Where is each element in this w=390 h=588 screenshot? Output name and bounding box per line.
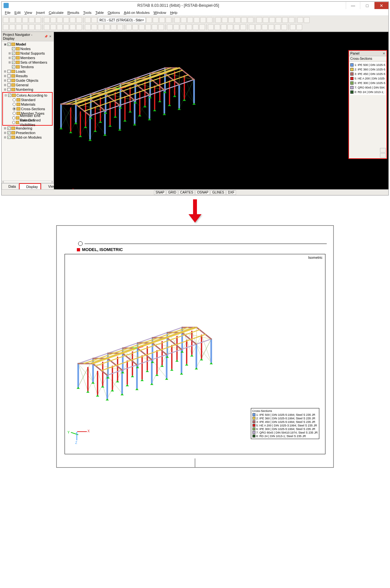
toolbar-button[interactable] <box>50 17 56 23</box>
tree-item-tendons[interactable]: Tendons <box>2 65 53 69</box>
menu-view[interactable]: View <box>23 11 34 15</box>
menu-options[interactable]: Options <box>106 11 121 15</box>
menu-edit[interactable]: Edit <box>13 11 22 15</box>
toolbar-button[interactable] <box>297 17 303 23</box>
tree-item-materials[interactable]: Materials <box>3 102 52 107</box>
panel-close-icon[interactable]: ✕ <box>383 52 385 55</box>
toolbar-button[interactable] <box>186 24 192 30</box>
toolbar-button[interactable] <box>282 17 288 23</box>
status-cell-grid[interactable]: GRID <box>167 190 178 195</box>
menu-calculate[interactable]: Calculate <box>47 11 65 15</box>
toolbar-button[interactable] <box>70 24 76 30</box>
tree-item-add-on-modules[interactable]: ⊞Add-on Modules <box>2 135 53 140</box>
toolbar-button[interactable] <box>70 17 76 23</box>
toolbar-button[interactable] <box>35 17 41 23</box>
toolbar-button[interactable] <box>180 24 186 30</box>
minimize-button[interactable]: — <box>346 2 360 9</box>
menu-file[interactable]: File <box>4 11 12 15</box>
toolbar-button[interactable] <box>174 17 180 23</box>
tree-item-loads[interactable]: ⊞Loads <box>2 69 53 74</box>
toolbar-button[interactable] <box>289 17 294 23</box>
menu-add-on-modules[interactable]: Add-on Modules <box>122 11 151 15</box>
toolbar-button[interactable] <box>76 24 82 30</box>
status-cell-glines[interactable]: GLINES <box>210 190 226 195</box>
toolbar-button[interactable] <box>194 17 200 23</box>
menu-results[interactable]: Results <box>66 11 81 15</box>
tree-item-sets-of-members[interactable]: ⊞Sets of Members <box>2 60 53 65</box>
toolbar-button[interactable] <box>29 17 35 23</box>
menu-table[interactable]: Table <box>94 11 105 15</box>
toolbar-button[interactable] <box>117 24 123 30</box>
toolbar-button[interactable] <box>3 17 9 23</box>
toolbar-button[interactable] <box>63 24 69 30</box>
toolbar-button[interactable] <box>104 24 110 30</box>
toolbar-button[interactable] <box>85 24 91 30</box>
legend-entry[interactable]: 6: IPE 300 | DIN 1025-5: <box>350 81 385 85</box>
toolbar-button[interactable] <box>221 24 227 30</box>
toolbar-button[interactable] <box>63 17 69 23</box>
toolbar-button[interactable] <box>153 17 159 23</box>
toolbar-button[interactable] <box>222 17 228 23</box>
toolbar-button[interactable] <box>276 17 282 23</box>
toolbar-button[interactable] <box>132 24 138 30</box>
toolbar-button[interactable] <box>275 24 281 30</box>
legend-entry[interactable]: 2: IPE 360 | DIN 1025-5: <box>350 67 385 72</box>
toolbar-button[interactable] <box>235 17 241 23</box>
toolbar-button[interactable] <box>57 24 63 30</box>
toolbar-button[interactable] <box>249 24 255 30</box>
nav-tab-display[interactable]: Display <box>19 183 41 189</box>
toolbar-button[interactable] <box>227 24 233 30</box>
tree-item-preselection[interactable]: ⊞Preselection <box>2 131 53 135</box>
toolbar-button[interactable] <box>44 24 50 30</box>
toolbar-button[interactable] <box>111 24 117 30</box>
legend-entry[interactable]: 1: IPE 500 | DIN 1025-5: <box>350 63 385 67</box>
pin-icon[interactable]: 📌 <box>44 35 48 38</box>
toolbar-button[interactable] <box>208 24 214 30</box>
toolbar-button[interactable] <box>187 17 193 23</box>
toolbar-button[interactable] <box>35 24 41 30</box>
tree-item-standard[interactable]: Standard <box>3 98 52 102</box>
tree-item-colors-according-to[interactable]: ⊟Colors According to <box>3 93 52 98</box>
tree-item-nodes[interactable]: Nodes <box>2 47 53 51</box>
status-cell-cartes[interactable]: CARTES <box>179 190 195 195</box>
toolbar-button[interactable] <box>152 24 158 30</box>
toolbar-button[interactable] <box>241 17 247 23</box>
maximize-button[interactable]: □ <box>360 2 374 9</box>
legend-tab-2[interactable] <box>380 153 386 158</box>
toolbar-button[interactable] <box>281 24 287 30</box>
toolbar-button[interactable] <box>296 24 302 30</box>
tree-item-guide-objects[interactable]: ⊞Guide Objects <box>2 78 53 83</box>
toolbar-button[interactable] <box>22 17 28 23</box>
toolbar-button[interactable] <box>85 17 91 23</box>
toolbar-button[interactable] <box>173 24 179 30</box>
nav-tab-data[interactable]: Data <box>2 183 19 189</box>
toolbar-button[interactable] <box>44 17 50 23</box>
legend-tab-1[interactable] <box>380 148 386 152</box>
navigator-tree[interactable]: ▣ModelNodes⊞Nodal Supports⊞Members⊞Sets … <box>2 41 54 181</box>
toolbar-button[interactable] <box>240 24 246 30</box>
tree-item-model[interactable]: ▣Model <box>2 42 53 47</box>
legend-entry[interactable]: 3: IPE 450 | DIN 1025-5: <box>350 72 385 76</box>
legend-entry[interactable]: 7: QRO 80x5 | DIN 5941 <box>350 85 385 90</box>
toolbar-button[interactable] <box>16 17 22 23</box>
toolbar-button[interactable] <box>214 24 220 30</box>
close-button[interactable]: ✕ <box>374 2 388 9</box>
toolbar-button[interactable] <box>166 17 171 23</box>
menu-window[interactable]: Window <box>152 11 168 15</box>
status-cell-snap[interactable]: SNAP <box>154 190 166 195</box>
toolbar-button[interactable] <box>207 17 212 23</box>
toolbar-button[interactable] <box>290 24 296 30</box>
toolbar-button[interactable] <box>139 24 145 30</box>
toolbar-button[interactable] <box>98 24 104 30</box>
toolbar-button[interactable] <box>145 24 151 30</box>
toolbar-button[interactable] <box>167 24 173 30</box>
toolbar-button[interactable] <box>256 17 262 23</box>
tree-item-members[interactable]: ⊞Members <box>2 56 53 60</box>
tree-item-results[interactable]: ⊞Results <box>2 74 53 78</box>
loadcase-combo[interactable]: RC1 - GZT (STR/GEO) - Stän <box>98 17 146 23</box>
menu-tools[interactable]: Tools <box>82 11 93 15</box>
toolbar-button[interactable] <box>269 17 275 23</box>
toolbar-button[interactable] <box>76 17 82 23</box>
toolbar-button[interactable] <box>193 24 199 30</box>
toolbar-button[interactable] <box>159 17 165 23</box>
